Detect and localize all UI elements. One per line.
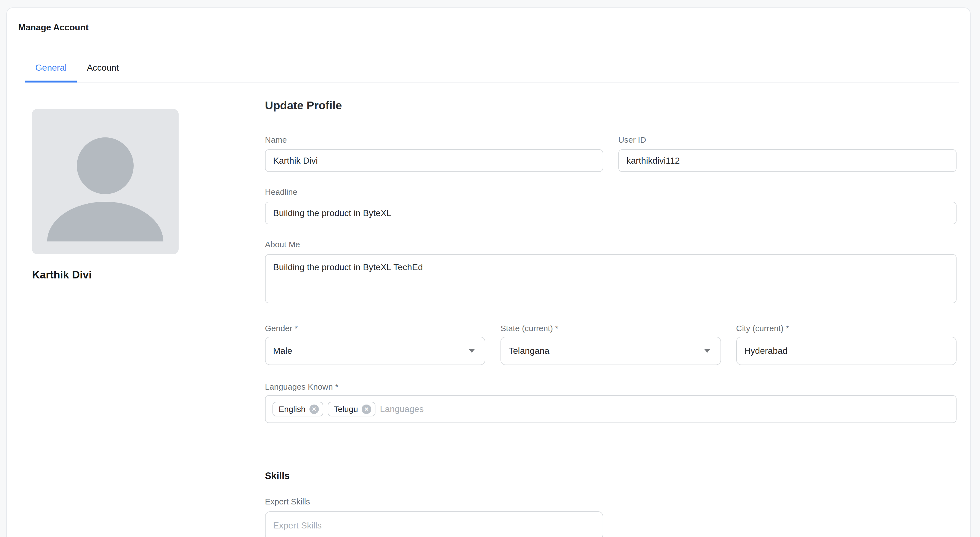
tab-account[interactable]: Account [77, 43, 129, 82]
headline-input[interactable] [265, 202, 956, 224]
manage-account-page: Manage Account General Account Karthik D… [0, 0, 980, 537]
name-userid-row: Name User ID [265, 135, 956, 172]
state-label: State (current) * [501, 323, 721, 334]
chevron-down-icon [704, 349, 710, 353]
languages-label: Languages Known * [265, 382, 956, 392]
name-field-group: Name [265, 135, 603, 172]
skills-heading: Skills [265, 470, 956, 481]
gender-selected-value: Male [273, 346, 292, 356]
languages-tag-input[interactable]: English ✕ Telugu ✕ Languages [265, 395, 956, 423]
profile-name: Karthik Divi [32, 268, 178, 281]
manage-account-card: Manage Account General Account Karthik D… [6, 8, 970, 537]
profile-summary: Karthik Divi [32, 109, 178, 537]
expert-skills-label: Expert Skills [265, 497, 956, 507]
language-tag-label: English [278, 405, 305, 414]
section-divider [261, 441, 959, 441]
language-tag-telugu: Telugu ✕ [328, 402, 376, 416]
state-field-group: State (current) * Telangana [501, 323, 721, 365]
avatar [32, 109, 178, 254]
city-field-group: City (current) * [736, 323, 957, 365]
language-tag-label: Telugu [334, 405, 358, 414]
tab-bar: General Account [25, 43, 958, 82]
state-select[interactable]: Telangana [501, 337, 721, 365]
user-id-field-group: User ID [618, 135, 956, 172]
chevron-down-icon [469, 349, 475, 353]
headline-label: Headline [265, 187, 956, 197]
user-id-input[interactable] [618, 149, 956, 172]
name-label: Name [265, 135, 603, 145]
update-profile-form: Update Profile Name User ID Headline [265, 100, 956, 537]
user-id-label: User ID [618, 135, 956, 145]
gender-select[interactable]: Male [265, 337, 485, 365]
expert-skills-input[interactable] [265, 512, 603, 537]
language-tag-english: English ✕ [272, 402, 323, 416]
city-label: City (current) * [736, 323, 957, 334]
headline-field-group: Headline [265, 187, 956, 224]
city-input[interactable] [736, 337, 957, 365]
state-selected-value: Telangana [509, 346, 550, 356]
gender-label: Gender * [265, 323, 485, 334]
about-me-label: About Me [265, 240, 956, 250]
close-icon[interactable]: ✕ [309, 405, 319, 414]
gender-field-group: Gender * Male [265, 323, 485, 365]
update-profile-heading: Update Profile [265, 100, 956, 111]
person-icon [32, 109, 178, 254]
close-icon[interactable]: ✕ [362, 405, 371, 414]
tab-general[interactable]: General [25, 43, 77, 82]
page-title: Manage Account [18, 22, 959, 33]
general-tab-content: Karthik Divi Update Profile Name User ID… [7, 83, 970, 537]
languages-field-group: Languages Known * English ✕ Telugu ✕ Lan… [265, 382, 956, 423]
expert-skills-field-group: Expert Skills [265, 497, 956, 537]
card-header: Manage Account [7, 8, 970, 43]
gender-state-city-row: Gender * Male State (current) * Telangan… [265, 323, 956, 365]
languages-placeholder: Languages [380, 404, 423, 414]
about-me-field-group: About Me Building the product in ByteXL … [265, 240, 956, 306]
name-input[interactable] [265, 149, 603, 172]
about-me-textarea[interactable]: Building the product in ByteXL TechEd [265, 254, 956, 303]
